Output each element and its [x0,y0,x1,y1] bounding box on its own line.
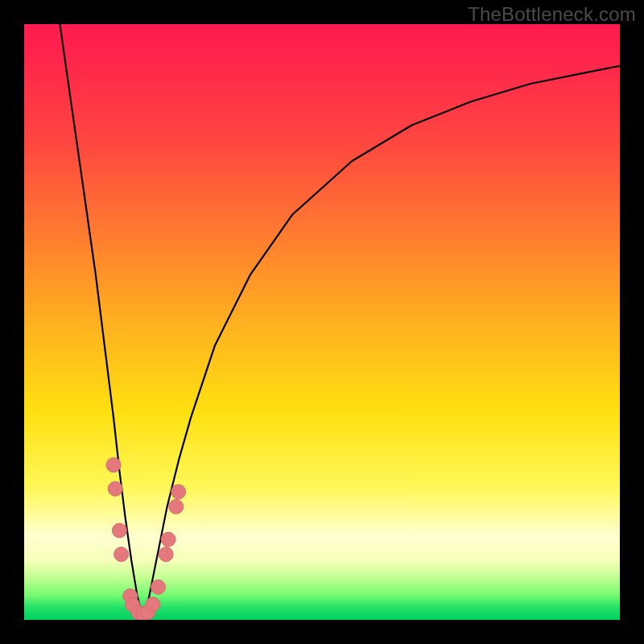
marker-dot [114,547,129,562]
watermark-text: TheBottleneck.com [468,3,636,26]
marker-dot [146,597,160,612]
curve-svg [24,24,620,620]
marker-dot [169,499,184,514]
marker-dot [112,523,126,538]
marker-dot [159,547,173,562]
bottleneck-curve [60,24,620,620]
marker-dot [108,481,122,496]
plot-area [24,24,620,620]
marker-dot [106,458,121,473]
marker-dot [151,580,166,594]
marker-dot [161,532,175,547]
chart-frame: TheBottleneck.com [0,0,644,644]
marker-dot [171,485,186,499]
